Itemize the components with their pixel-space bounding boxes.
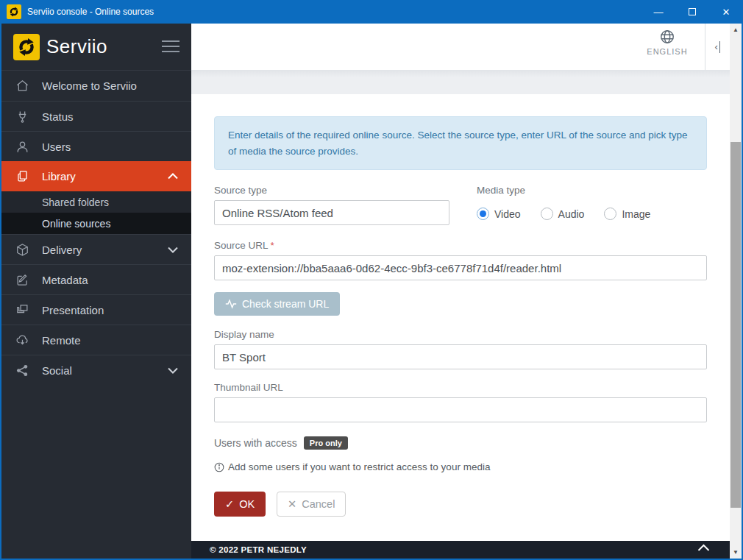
radio-label: Audio bbox=[558, 208, 585, 220]
sidebar-item-label: Presentation bbox=[42, 304, 104, 316]
sidebar-item-shared-folders[interactable]: Shared folders bbox=[1, 191, 191, 213]
metadata-icon bbox=[15, 273, 29, 287]
brand-name: Serviio bbox=[46, 35, 107, 58]
language-label: ENGLISH bbox=[634, 47, 700, 56]
radio-icon bbox=[604, 208, 616, 220]
media-type-radio-group: Video Audio Image bbox=[477, 208, 650, 220]
cancel-button[interactable]: ✕ Cancel bbox=[277, 492, 346, 517]
radio-image[interactable]: Image bbox=[604, 208, 650, 220]
required-asterisk: * bbox=[271, 240, 274, 251]
source-url-label: Source URL* bbox=[214, 240, 707, 251]
scroll-down-arrow[interactable]: ▼ bbox=[730, 546, 742, 559]
chevron-down-icon bbox=[168, 367, 178, 374]
sidebar-item-status[interactable]: Status bbox=[1, 101, 191, 131]
scroll-up-arrow[interactable]: ▲ bbox=[730, 24, 742, 36]
maximize-icon bbox=[689, 8, 696, 15]
source-type-input[interactable] bbox=[214, 200, 449, 225]
ok-button[interactable]: ✓ OK bbox=[214, 492, 266, 517]
menu-toggle-icon[interactable] bbox=[162, 39, 179, 54]
hint-text: Add some users if you want to restrict a… bbox=[228, 461, 490, 472]
scroll-to-top-icon[interactable] bbox=[697, 544, 710, 552]
radio-icon bbox=[541, 208, 553, 220]
language-selector[interactable]: ENGLISH bbox=[634, 29, 700, 56]
sidebar: Serviio Welcome to Serviio Status Us bbox=[1, 24, 191, 559]
main-content: ENGLISH ‹ Enter details of the required … bbox=[191, 24, 730, 559]
source-type-label: Source type bbox=[214, 185, 449, 196]
collapse-panel-button[interactable]: ‹ bbox=[705, 24, 730, 70]
chevron-up-icon bbox=[168, 173, 178, 180]
sidebar-item-remote[interactable]: Remote bbox=[1, 325, 191, 355]
sidebar-item-label: Status bbox=[42, 110, 74, 123]
radio-icon bbox=[477, 208, 489, 220]
vertical-scrollbar[interactable]: ▲ ▼ bbox=[730, 24, 742, 559]
sidebar-item-online-sources[interactable]: Online sources bbox=[1, 213, 191, 234]
users-with-access-label: Users with access bbox=[214, 437, 297, 449]
sidebar-item-label: Users bbox=[42, 141, 71, 153]
sidebar-nav: Welcome to Serviio Status Users Library bbox=[1, 70, 191, 385]
media-type-label: Media type bbox=[477, 185, 650, 196]
ok-button-label: OK bbox=[239, 498, 255, 510]
copyright-text: © 2022 PETR NEJEDLY bbox=[210, 545, 307, 554]
radio-label: Video bbox=[494, 208, 521, 220]
form-panel: Enter details of the required online sou… bbox=[191, 94, 730, 541]
radio-audio[interactable]: Audio bbox=[541, 208, 585, 220]
content-header: ENGLISH ‹ bbox=[191, 24, 730, 70]
display-name-label: Display name bbox=[214, 329, 707, 340]
sidebar-item-label: Social bbox=[42, 364, 72, 377]
footer: © 2022 PETR NEJEDLY bbox=[191, 541, 730, 559]
title-bar: Serviio console - Online sources — ✕ bbox=[0, 0, 743, 24]
collapse-icon: ‹ bbox=[715, 41, 721, 53]
sidebar-item-label: Welcome to Serviio bbox=[42, 79, 137, 92]
hint-row: Add some users if you want to restrict a… bbox=[214, 461, 707, 472]
sidebar-item-label: Online sources bbox=[42, 218, 110, 230]
sidebar-item-label: Metadata bbox=[42, 274, 88, 286]
source-url-input[interactable] bbox=[214, 255, 707, 280]
cancel-button-label: Cancel bbox=[302, 498, 335, 510]
sidebar-item-users[interactable]: Users bbox=[1, 131, 191, 161]
sidebar-item-label: Remote bbox=[42, 334, 81, 347]
globe-icon bbox=[659, 29, 675, 45]
radio-label: Image bbox=[622, 208, 650, 220]
serviio-logo-icon bbox=[13, 34, 40, 60]
header-shadow-strip bbox=[191, 70, 730, 94]
sidebar-item-welcome[interactable]: Welcome to Serviio bbox=[1, 71, 191, 101]
status-icon bbox=[15, 110, 29, 124]
home-icon bbox=[15, 79, 29, 93]
scrollbar-thumb[interactable] bbox=[730, 142, 741, 508]
close-button[interactable]: ✕ bbox=[709, 0, 743, 24]
info-message: Enter details of the required online sou… bbox=[214, 116, 707, 170]
maximize-button[interactable] bbox=[675, 0, 709, 24]
source-url-label-text: Source URL bbox=[214, 240, 269, 251]
sidebar-item-presentation[interactable]: Presentation bbox=[1, 294, 191, 325]
presentation-icon bbox=[15, 303, 29, 317]
thumbnail-url-label: Thumbnail URL bbox=[214, 382, 707, 393]
remote-icon bbox=[15, 333, 29, 347]
chevron-down-icon bbox=[168, 247, 178, 253]
library-icon bbox=[15, 169, 29, 183]
check-stream-url-button[interactable]: Check stream URL bbox=[214, 292, 340, 316]
sidebar-item-metadata[interactable]: Metadata bbox=[1, 264, 191, 294]
info-icon bbox=[214, 462, 224, 472]
close-icon: ✕ bbox=[288, 498, 296, 510]
pulse-icon bbox=[225, 299, 237, 309]
check-icon: ✓ bbox=[225, 498, 234, 510]
sidebar-item-social[interactable]: Social bbox=[1, 355, 191, 385]
minimize-button[interactable]: — bbox=[641, 0, 675, 24]
sidebar-item-label: Delivery bbox=[42, 244, 82, 256]
sidebar-item-delivery[interactable]: Delivery bbox=[1, 234, 191, 264]
display-name-input[interactable] bbox=[214, 344, 707, 369]
window-title: Serviio console - Online sources bbox=[27, 7, 154, 17]
pro-only-badge: Pro only bbox=[304, 436, 348, 450]
social-icon bbox=[15, 364, 29, 378]
check-stream-url-label: Check stream URL bbox=[242, 298, 329, 310]
brand-row: Serviio bbox=[1, 24, 191, 70]
radio-video[interactable]: Video bbox=[477, 208, 521, 220]
sidebar-item-label: Shared folders bbox=[42, 196, 109, 208]
sidebar-item-label: Library bbox=[42, 170, 76, 182]
users-icon bbox=[15, 140, 29, 154]
serviio-app-icon bbox=[7, 4, 21, 19]
thumbnail-url-input[interactable] bbox=[214, 397, 707, 422]
app-window: Serviio console - Online sources — ✕ Ser… bbox=[0, 0, 743, 560]
sidebar-item-library[interactable]: Library bbox=[1, 161, 191, 191]
delivery-icon bbox=[15, 243, 29, 257]
